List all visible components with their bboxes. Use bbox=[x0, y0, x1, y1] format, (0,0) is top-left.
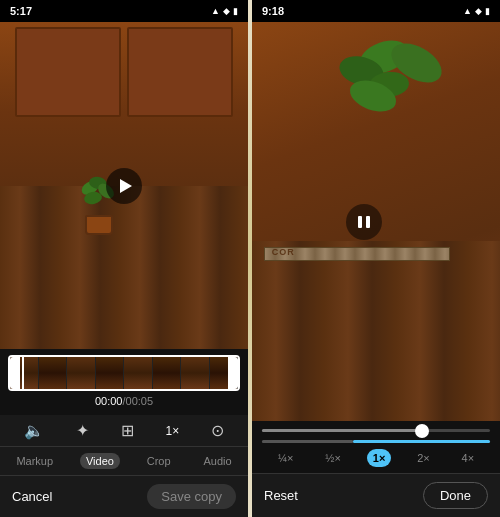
tab-video[interactable]: Video bbox=[80, 453, 120, 469]
right-video-area: COR bbox=[252, 22, 500, 421]
timeline-frames bbox=[10, 357, 238, 389]
speed-option-quarter[interactable]: ¼× bbox=[272, 449, 300, 467]
right-status-bar: 9:18 ▲ ◆ ▮ bbox=[252, 0, 500, 22]
timeline-area: 00:00 / 00:05 bbox=[0, 349, 248, 415]
speed-option-2x[interactable]: 2× bbox=[411, 449, 436, 467]
timeline-frame bbox=[39, 357, 68, 389]
right-rug-text: COR bbox=[272, 247, 295, 257]
sound-icon[interactable]: 🔈 bbox=[24, 421, 44, 440]
tab-markup[interactable]: Markup bbox=[10, 453, 59, 469]
right-status-icons: ▲ ◆ ▮ bbox=[463, 6, 490, 16]
pause-button[interactable] bbox=[346, 204, 382, 240]
door-panel-left bbox=[15, 27, 121, 117]
right-time: 9:18 bbox=[262, 5, 284, 17]
door-panel-right bbox=[127, 27, 233, 117]
camera-flip-icon[interactable]: ⊙ bbox=[211, 421, 224, 440]
left-video-bg bbox=[0, 22, 248, 349]
right-panel: 9:18 ▲ ◆ ▮ COR bbox=[252, 0, 500, 517]
timeline-frame bbox=[153, 357, 182, 389]
timeline-cursor[interactable] bbox=[22, 357, 24, 389]
left-status-bar: 5:17 ▲ ◆ ▮ bbox=[0, 0, 248, 22]
progress-thumb[interactable] bbox=[415, 424, 429, 438]
timecode-total: 00:05 bbox=[126, 395, 154, 407]
door-panels bbox=[15, 27, 233, 117]
save-copy-button[interactable]: Save copy bbox=[147, 484, 236, 509]
speed-fill-left bbox=[262, 440, 353, 443]
wifi-icon: ▲ bbox=[463, 6, 472, 16]
timeline-handle-left[interactable] bbox=[10, 357, 20, 389]
left-bottom-bar: Cancel Save copy bbox=[0, 475, 248, 517]
left-panel: 5:17 ▲ ◆ ▮ bbox=[0, 0, 248, 517]
play-triangle-icon bbox=[120, 179, 132, 193]
filter-icon[interactable]: ⊞ bbox=[121, 421, 134, 440]
left-video-area bbox=[0, 22, 248, 349]
pause-bar-left bbox=[358, 216, 362, 228]
timeline-handle-right[interactable] bbox=[228, 357, 238, 389]
pause-bar-right bbox=[366, 216, 370, 228]
signal-icon: ◆ bbox=[223, 6, 230, 16]
reset-button[interactable]: Reset bbox=[264, 488, 298, 503]
timecode-row: 00:00 / 00:05 bbox=[8, 391, 240, 409]
done-button[interactable]: Done bbox=[423, 482, 488, 509]
speed-option-half[interactable]: ½× bbox=[319, 449, 347, 467]
battery-icon: ▮ bbox=[485, 6, 490, 16]
speed-track[interactable] bbox=[262, 440, 490, 443]
progress-track[interactable] bbox=[262, 429, 490, 432]
left-time: 5:17 bbox=[10, 5, 32, 17]
battery-icon: ▮ bbox=[233, 6, 238, 16]
speed-option-4x[interactable]: 4× bbox=[456, 449, 481, 467]
plant-pot bbox=[85, 215, 113, 235]
left-tabs: Markup Video Crop Audio bbox=[0, 446, 248, 475]
cancel-button[interactable]: Cancel bbox=[12, 489, 52, 504]
right-slider-area: ¼× ½× 1× 2× 4× bbox=[252, 421, 500, 473]
tab-crop[interactable]: Crop bbox=[141, 453, 177, 469]
timecode-current: 00:00 bbox=[95, 395, 123, 407]
right-floor bbox=[252, 241, 500, 421]
left-toolbar: 🔈 ✦ ⊞ 1× ⊙ bbox=[0, 415, 248, 446]
timeline-frame bbox=[181, 357, 210, 389]
speed-options: ¼× ½× 1× 2× 4× bbox=[262, 449, 490, 467]
speed-badge[interactable]: 1× bbox=[166, 424, 180, 438]
timeline-strip[interactable] bbox=[8, 355, 240, 391]
right-bottom-bar: Reset Done bbox=[252, 473, 500, 517]
left-status-icons: ▲ ◆ ▮ bbox=[211, 6, 238, 16]
play-button[interactable] bbox=[106, 168, 142, 204]
tab-audio[interactable]: Audio bbox=[197, 453, 237, 469]
magic-edit-icon[interactable]: ✦ bbox=[76, 421, 89, 440]
speed-option-1x[interactable]: 1× bbox=[367, 449, 392, 467]
speed-fill-right bbox=[353, 440, 490, 443]
wifi-icon: ▲ bbox=[211, 6, 220, 16]
progress-fill bbox=[262, 429, 422, 432]
signal-icon: ◆ bbox=[475, 6, 482, 16]
timeline-frame bbox=[124, 357, 153, 389]
right-video-bg: COR bbox=[252, 22, 500, 421]
timeline-frame bbox=[67, 357, 96, 389]
timeline-frame bbox=[96, 357, 125, 389]
